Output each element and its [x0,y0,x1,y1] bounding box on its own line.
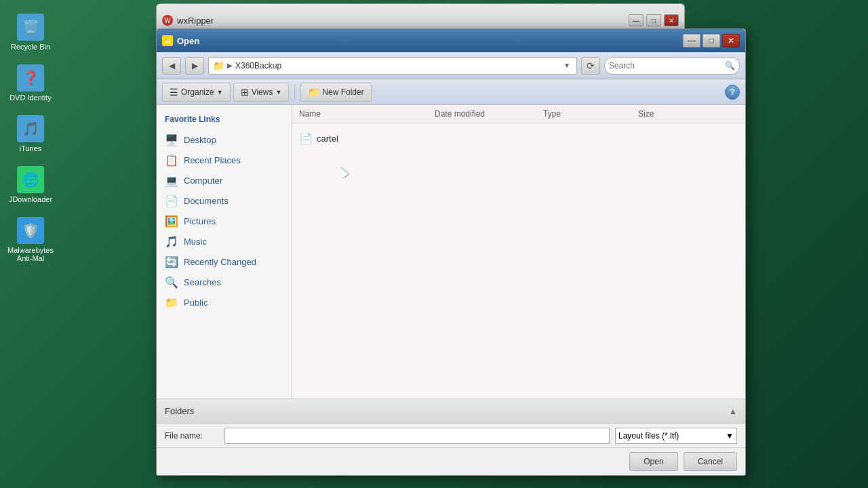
filetype-dropdown-icon: ▼ [726,431,734,441]
sidebar-item-public[interactable]: 📁 Public [157,292,292,312]
help-button[interactable]: ? [725,85,740,100]
filename-input[interactable] [224,428,610,444]
sidebar-item-documents[interactable]: 📄 Documents [157,190,292,211]
search-icon[interactable]: 🔍 [725,61,735,70]
organize-dropdown-icon: ▼ [217,89,223,96]
favorite-links-title: Favorite Links [157,112,292,129]
recent-places-icon: 📋 [165,153,178,167]
folders-section[interactable]: Folders ▲ [157,399,745,424]
organize-icon: ☰ [170,87,178,98]
desktop-icon-dvd[interactable]: ❓ DVD Identity [7,64,54,102]
open-dialog: 📁 Open — □ ✕ ◀ ▶ 📁 ▶ X360Backup ▼ ⟳ 🔍 ☰ … [156,28,746,476]
path-dropdown-icon[interactable]: ▼ [561,60,572,71]
sidebar-item-computer[interactable]: 💻 Computer [157,170,292,190]
sidebar-item-recently-changed[interactable]: 🔄 Recently Changed [157,251,292,272]
cancel-button[interactable]: Cancel [684,452,737,471]
itunes-icon: 🎵 [17,115,44,142]
desktop-icon-malwarebytes[interactable]: 🛡️ Malwarebytes Anti-Mal [7,217,54,262]
file-list: 📄 cartel [292,123,745,399]
dialog-icon: 📁 [162,35,173,46]
sidebar-item-recent-places[interactable]: 📋 Recent Places [157,150,292,170]
desktop-icon-itunes[interactable]: 🎵 iTunes [7,115,54,152]
content-area: Favorite Links 🖥️ Desktop 📋 Recent Place… [157,105,745,399]
wxripper-controls: — □ ✕ [629,14,679,26]
search-input[interactable] [609,61,725,70]
dialog-titlebar: 📁 Open — □ ✕ [157,29,745,52]
address-path[interactable]: 📁 ▶ X360Backup ▼ [208,57,577,75]
new-folder-button[interactable]: 📁 New Folder [300,83,371,102]
desktop-icon-jdownloader[interactable]: 🌐 JDownloader [7,166,54,203]
filetype-dropdown[interactable]: Layout files (*.ltf) ▼ [615,428,737,444]
views-icon: ⊞ [241,87,249,98]
file-name: cartel [317,134,338,144]
pictures-icon: 🖼️ [165,214,178,228]
desktop-icon-recycle[interactable]: 🗑️ Recycle Bin [7,14,54,51]
views-button[interactable]: ⊞ Views ▼ [233,83,290,102]
file-item-cartel[interactable]: 📄 cartel [298,129,740,148]
back-button[interactable]: ◀ [162,57,181,75]
sidebar-item-pictures[interactable]: 🖼️ Pictures [157,211,292,231]
organize-button[interactable]: ☰ Organize ▼ [162,83,231,102]
desktop-icon: 🖥️ [165,133,178,146]
path-text: X360Backup [235,61,559,70]
wxripper-close-button[interactable]: ✕ [664,14,679,26]
jdownloader-icon: 🌐 [17,166,44,193]
public-icon: 📁 [165,296,178,309]
dialog-close-button[interactable]: ✕ [722,34,740,47]
file-area: Name Date modified Type Size 📄 cartel [292,105,745,399]
sidebar: Favorite Links 🖥️ Desktop 📋 Recent Place… [157,105,292,399]
searches-icon: 🔍 [165,275,178,289]
dialog-window-controls: — □ ✕ [683,34,740,47]
dvd-icon: ❓ [17,64,44,92]
sidebar-item-music[interactable]: 🎵 Music [157,231,292,251]
wxripper-titlebar: W wxRipper — □ ✕ [162,14,679,26]
action-buttons: Open Cancel [157,448,745,475]
recently-changed-icon: 🔄 [165,255,178,268]
dialog-minimize-button[interactable]: — [683,34,701,47]
file-header: Name Date modified Type Size [292,105,745,123]
path-arrow: ▶ [227,62,233,69]
wxripper-icon: W [162,15,173,26]
filename-row: File name: Layout files (*.ltf) ▼ [157,424,745,448]
open-button[interactable]: Open [629,452,677,471]
folders-label: Folders [165,406,725,416]
computer-icon: 💻 [165,174,178,187]
refresh-button[interactable]: ⟳ [581,57,600,75]
forward-button[interactable]: ▶ [185,57,204,75]
toolbar-separator [294,84,295,100]
toolbar: ☰ Organize ▼ ⊞ Views ▼ 📁 New Folder ? [157,79,745,105]
sidebar-item-desktop[interactable]: 🖥️ Desktop [157,129,292,150]
column-type[interactable]: Type [543,109,638,119]
folders-chevron-icon: ▲ [729,407,737,416]
dialog-maximize-button[interactable]: □ [703,34,720,47]
new-folder-icon: 📁 [308,87,319,98]
path-folder-icon: 📁 [213,60,224,71]
sidebar-item-searches[interactable]: 🔍 Searches [157,272,292,292]
music-icon: 🎵 [165,235,178,248]
column-date-modified[interactable]: Date modified [435,109,543,119]
address-bar: ◀ ▶ 📁 ▶ X360Backup ▼ ⟳ 🔍 [157,52,745,79]
file-icon: 📄 [299,131,313,145]
malwarebytes-icon: 🛡️ [17,217,44,244]
filename-label: File name: [165,431,219,441]
dialog-title: Open [177,36,679,46]
bottom-bar: Folders ▲ File name: Layout files (*.ltf… [157,399,745,475]
desktop-icons: 🗑️ Recycle Bin ❓ DVD Identity 🎵 iTunes 🌐… [7,14,54,262]
wxripper-maximize-button[interactable]: □ [646,14,661,26]
documents-icon: 📄 [165,194,178,207]
column-size[interactable]: Size [638,109,706,119]
search-box[interactable]: 🔍 [604,57,740,75]
recycle-bin-icon: 🗑️ [17,14,44,41]
column-name[interactable]: Name [299,109,435,119]
wxripper-minimize-button[interactable]: — [629,14,644,26]
wxripper-title: wxRipper [177,16,629,26]
views-dropdown-icon: ▼ [275,89,281,96]
